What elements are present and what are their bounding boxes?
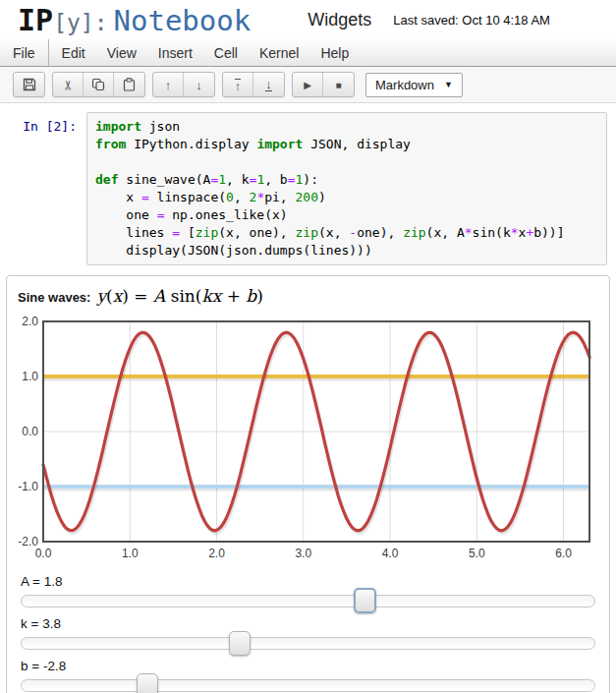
menu-divider xyxy=(48,39,49,66)
code-line: import json xyxy=(95,118,598,136)
run-icon: ▶ xyxy=(304,80,311,90)
sine-chart: 2.01.00.0-1.0-2.00.01.02.03.04.05.06.0 xyxy=(14,314,602,565)
save-icon xyxy=(23,78,36,91)
code-cell[interactable]: In [2]: import jsonfrom IPython.display … xyxy=(0,103,616,265)
slider-handle-a[interactable] xyxy=(354,588,376,613)
svg-text:0.0: 0.0 xyxy=(35,547,52,560)
run-to-bottom-icon: ↓ xyxy=(265,79,272,91)
slider-track-b[interactable] xyxy=(21,679,595,692)
dropdown-caret-icon: ▼ xyxy=(444,80,453,89)
menu-item-kernel[interactable]: Kernel xyxy=(249,39,309,66)
last-saved-text: Last saved: Oct 10 4:18 AM xyxy=(393,13,550,28)
slider-label-a: A = 1.8 xyxy=(21,574,595,589)
slider-label-b: b = -2.8 xyxy=(21,659,595,673)
menu-item-insert[interactable]: Insert xyxy=(147,39,203,66)
slider-label-k: k = 3.8 xyxy=(21,616,595,631)
slider-handle-b[interactable] xyxy=(137,673,158,693)
toolbar-button-group xyxy=(13,72,45,97)
slider-row: A = 1.8 xyxy=(21,574,595,607)
svg-text:5.0: 5.0 xyxy=(469,547,485,560)
ipython-logo[interactable]: IP[y]:Notebook xyxy=(18,3,251,37)
menu-item-file[interactable]: File xyxy=(0,39,46,66)
run-to-top-button[interactable]: ↑ xyxy=(223,73,253,96)
toolbar: ✂↑↓↑↓▶■Markdown▼ xyxy=(0,67,616,103)
paste-icon xyxy=(123,78,136,91)
slider-panel: A = 1.8k = 3.8b = -2.8 xyxy=(14,574,602,692)
copy-icon xyxy=(91,78,105,91)
slider-track-a[interactable] xyxy=(21,595,595,607)
notebook-header: IP[y]:Notebook Widgets Last saved: Oct 1… xyxy=(0,0,616,39)
logo-notebook: Notebook xyxy=(114,4,252,37)
run-to-bottom-button[interactable]: ↓ xyxy=(253,73,284,96)
menu-item-cell[interactable]: Cell xyxy=(203,39,249,66)
svg-text:2.0: 2.0 xyxy=(22,315,38,328)
slider-handle-k[interactable] xyxy=(229,631,251,656)
code-line: lines = [zip(x, one), zip(x, -one), zip(… xyxy=(95,224,598,242)
cell-type-select[interactable]: Markdown▼ xyxy=(365,73,463,97)
save-button[interactable] xyxy=(14,73,44,96)
run-to-top-icon: ↑ xyxy=(235,79,242,91)
toolbar-button-group: ↑↓ xyxy=(152,72,215,97)
paste-button[interactable] xyxy=(114,73,144,96)
svg-text:0.0: 0.0 xyxy=(22,425,38,438)
slider-row: k = 3.8 xyxy=(21,616,595,650)
run-button[interactable]: ▶ xyxy=(293,73,323,96)
svg-text:6.0: 6.0 xyxy=(555,547,572,560)
slider-track-k[interactable] xyxy=(21,637,595,650)
cell-type-value: Markdown xyxy=(375,78,434,92)
widget-output-box: Sine waves: y(x) = A sin(kx + b) 2.01.00… xyxy=(6,275,610,693)
cut-icon: ✂ xyxy=(61,80,76,90)
logo-ip: IP xyxy=(18,3,53,37)
toolbar-button-group: ▶■ xyxy=(292,72,355,97)
logo-y: [y]: xyxy=(53,10,107,35)
toolbar-button-group: ✂ xyxy=(52,72,145,97)
svg-text:2.0: 2.0 xyxy=(208,547,225,560)
notebook-title[interactable]: Widgets xyxy=(308,10,371,30)
menu-item-view[interactable]: View xyxy=(96,39,147,66)
chart-title-math: y(x) = A sin(kx + b) xyxy=(96,286,262,306)
menu-item-help[interactable]: Help xyxy=(309,39,360,66)
code-line: x = linspace(0, 2*pi, 200) xyxy=(95,189,598,206)
sine-plot-svg: 2.01.00.0-1.0-2.00.01.02.03.04.05.06.0 xyxy=(14,314,601,561)
svg-text:3.0: 3.0 xyxy=(295,547,311,560)
move-up-icon: ↑ xyxy=(165,78,172,92)
chart-title-label: Sine waves: xyxy=(18,290,90,305)
slider-row: b = -2.8 xyxy=(21,659,595,692)
code-line xyxy=(95,153,598,171)
code-line: display(JSON(json.dumps(lines))) xyxy=(95,242,598,260)
input-prompt: In [2]: xyxy=(0,112,86,265)
svg-text:4.0: 4.0 xyxy=(382,547,399,560)
code-input-area[interactable]: import jsonfrom IPython.display import J… xyxy=(86,112,607,265)
stop-icon: ■ xyxy=(335,80,341,90)
svg-text:1.0: 1.0 xyxy=(22,370,38,383)
move-down-button[interactable]: ↓ xyxy=(184,73,214,96)
code-line: def sine_wave(A=1, k=1, b=1): xyxy=(95,171,598,189)
cut-button[interactable]: ✂ xyxy=(53,73,84,96)
copy-button[interactable] xyxy=(84,73,114,96)
code-line: one = np.ones_like(x) xyxy=(95,206,598,224)
move-down-icon: ↓ xyxy=(196,78,202,92)
stop-button[interactable]: ■ xyxy=(323,73,354,96)
toolbar-button-group: ↑↓ xyxy=(222,72,285,97)
chart-title: Sine waves: y(x) = A sin(kx + b) xyxy=(14,284,602,312)
move-up-button[interactable]: ↑ xyxy=(153,73,184,96)
menu-bar: FileEditViewInsertCellKernelHelp xyxy=(0,39,616,67)
svg-text:-1.0: -1.0 xyxy=(18,480,38,493)
code-line: from IPython.display import JSON, displa… xyxy=(95,136,598,153)
menu-item-edit[interactable]: Edit xyxy=(51,39,96,66)
svg-text:1.0: 1.0 xyxy=(122,547,139,560)
